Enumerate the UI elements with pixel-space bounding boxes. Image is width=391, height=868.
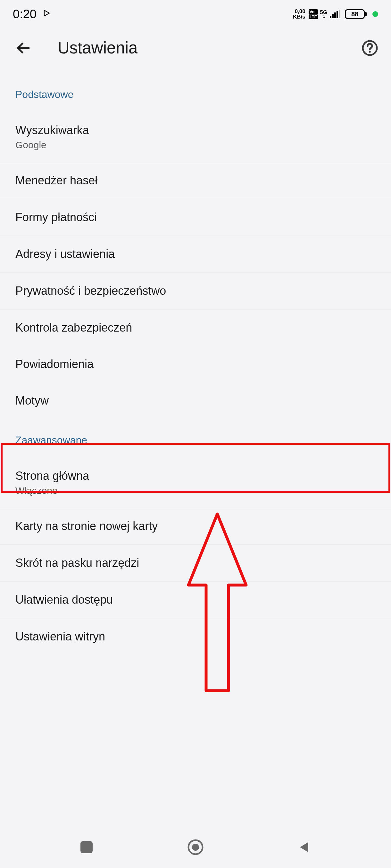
- help-circle-icon: [362, 40, 378, 56]
- status-right: 0,00 KB/s Vo LTE 5G ⇅ 88: [293, 9, 378, 20]
- back-button[interactable]: [16, 40, 31, 56]
- setting-title: Powiadomienia: [16, 358, 391, 371]
- setting-addresses[interactable]: Adresy i ustawienia: [0, 236, 391, 273]
- svg-point-3: [192, 844, 199, 851]
- setting-accessibility[interactable]: Ułatwienia dostępu: [0, 582, 391, 618]
- status-time: 0:20: [13, 7, 36, 21]
- nav-recent-button[interactable]: [77, 838, 96, 857]
- page-title: Ustawienia: [58, 38, 335, 57]
- square-icon: [80, 841, 93, 853]
- setting-title: Kontrola zabezpieczeń: [16, 321, 391, 335]
- setting-password-manager[interactable]: Menedżer haseł: [0, 162, 391, 199]
- setting-title: Wyszukiwarka: [16, 124, 391, 137]
- circle-icon: [188, 839, 203, 855]
- setting-toolbar-shortcut[interactable]: Skrót na pasku narzędzi: [0, 545, 391, 582]
- arrow-left-icon: [16, 40, 31, 56]
- setting-title: Karty na stronie nowej karty: [16, 520, 391, 533]
- data-speed-indicator: 0,00 KB/s: [293, 9, 305, 20]
- setting-homepage[interactable]: Strona główna Włączone: [0, 458, 391, 508]
- setting-title: Adresy i ustawienia: [16, 247, 391, 261]
- section-basic-header: Podstawowe: [0, 73, 391, 112]
- setting-subtitle: Google: [16, 140, 391, 150]
- setting-tabs-newtab[interactable]: Karty na stronie nowej karty: [0, 508, 391, 545]
- triangle-left-icon: [298, 840, 311, 854]
- nav-home-button[interactable]: [186, 838, 205, 857]
- help-button[interactable]: [362, 40, 378, 56]
- app-header: Ustawienia: [0, 26, 391, 73]
- signal-icon: [330, 10, 340, 18]
- system-nav-bar: [0, 827, 391, 868]
- setting-privacy-security[interactable]: Prywatność i bezpieczeństwo: [0, 273, 391, 310]
- status-left: 0:20: [13, 7, 50, 21]
- setting-title: Menedżer haseł: [16, 174, 391, 187]
- nav-back-button[interactable]: [295, 838, 314, 857]
- setting-payment-methods[interactable]: Formy płatności: [0, 199, 391, 236]
- privacy-indicator-dot: [372, 11, 378, 17]
- setting-title: Skrót na pasku narzędzi: [16, 556, 391, 570]
- setting-title: Ustawienia witryn: [16, 630, 391, 643]
- setting-subtitle: Włączone: [16, 485, 391, 496]
- setting-site-settings[interactable]: Ustawienia witryn: [0, 618, 391, 643]
- setting-title: Prywatność i bezpieczeństwo: [16, 284, 391, 298]
- setting-safety-check[interactable]: Kontrola zabezpieczeń: [0, 310, 391, 346]
- network-type: 5G ⇅: [320, 9, 327, 19]
- setting-title: Ułatwienia dostępu: [16, 593, 391, 607]
- setting-search-engine[interactable]: Wyszukiwarka Google: [0, 112, 391, 162]
- setting-notifications[interactable]: Powiadomienia: [0, 346, 391, 382]
- setting-title: Strona główna: [16, 469, 391, 483]
- setting-title: Formy płatności: [16, 211, 391, 224]
- setting-theme[interactable]: Motyw: [0, 382, 391, 419]
- setting-title: Motyw: [16, 394, 391, 407]
- status-bar: 0:20 0,00 KB/s Vo LTE 5G ⇅ 88: [0, 0, 391, 26]
- volte-icon: Vo LTE: [309, 9, 318, 19]
- svg-point-1: [369, 51, 371, 53]
- battery-indicator: 88: [345, 9, 367, 19]
- play-outline-icon: [44, 9, 50, 19]
- section-advanced-header: Zaawansowane: [0, 419, 391, 458]
